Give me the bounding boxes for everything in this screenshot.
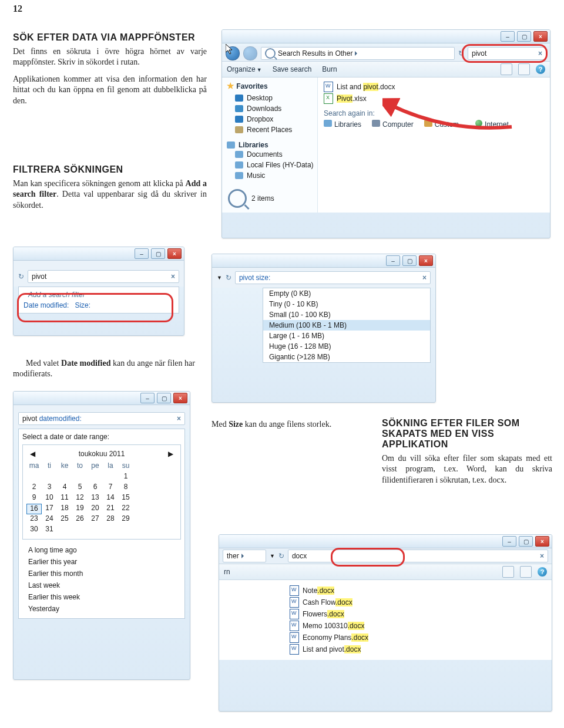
file-item[interactable]: Memo 100310.docx — [290, 620, 546, 632]
search-box[interactable]: pivot × — [28, 270, 179, 283]
sidebar-item-recent[interactable]: Recent Places — [227, 124, 315, 135]
calendar-prev[interactable]: ◀ — [30, 450, 35, 458]
file-item-docx[interactable]: List and pivot.docx — [324, 81, 544, 93]
calendar-day[interactable]: 23 — [26, 514, 42, 525]
save-search-button[interactable]: Save search — [273, 65, 312, 73]
date-range-option[interactable]: Earlier this week — [22, 591, 181, 603]
maximize-button[interactable]: ▢ — [402, 255, 417, 266]
file-item[interactable]: Note.docx — [290, 585, 546, 596]
organize-menu[interactable]: Organize▼ — [227, 65, 262, 73]
date-range-option[interactable]: Yesterday — [22, 603, 181, 615]
forward-button[interactable] — [243, 46, 257, 60]
calendar[interactable]: ◀ toukokuu 2011 ▶ matiketopelasu12345678… — [22, 444, 181, 540]
calendar-day[interactable]: 9 — [26, 493, 42, 504]
size-option-selected[interactable]: Medium (100 KB - 1 MB) — [263, 320, 430, 331]
libraries-header[interactable]: Libraries — [227, 141, 315, 149]
maximize-button[interactable]: ▢ — [517, 31, 531, 42]
minimize-button[interactable]: – — [140, 393, 155, 403]
close-button[interactable]: × — [533, 31, 548, 42]
navigation-pane[interactable]: ★ Favorites Desktop Downloads Dropbox Re… — [222, 77, 318, 213]
file-item[interactable]: List and pivot.docx — [290, 643, 546, 655]
refresh-icon[interactable]: ↻ — [226, 274, 231, 282]
sidebar-item-documents[interactable]: Documents — [227, 149, 315, 160]
burn-button[interactable]: Burn — [322, 65, 337, 73]
calendar-day[interactable]: 3 — [42, 483, 57, 493]
calendar-day[interactable]: 4 — [57, 483, 72, 493]
close-button[interactable]: × — [167, 248, 182, 259]
clear-search-icon[interactable]: × — [540, 552, 544, 560]
minimize-button[interactable]: – — [135, 248, 149, 259]
file-list[interactable]: Note.docxCash Flow.docxFlowers.docxMemo … — [219, 580, 552, 660]
calendar-day[interactable]: 27 — [88, 514, 103, 525]
maximize-button[interactable]: ▢ — [519, 536, 533, 547]
size-option[interactable]: Gigantic (>128 MB) — [263, 352, 430, 362]
calendar-day[interactable]: 28 — [103, 514, 118, 525]
size-option[interactable]: Empty (0 KB) — [263, 288, 430, 299]
minimize-button[interactable]: – — [386, 255, 400, 266]
sidebar-item-dropbox[interactable]: Dropbox — [227, 114, 315, 124]
calendar-day[interactable]: 13 — [88, 493, 103, 504]
help-button[interactable]: ? — [538, 567, 547, 577]
search-location-libraries[interactable]: Libraries — [324, 120, 361, 129]
refresh-icon[interactable]: ↻ — [18, 272, 24, 281]
calendar-day[interactable]: 19 — [72, 504, 88, 514]
size-option[interactable]: Small (10 - 100 KB) — [263, 309, 430, 320]
calendar-next[interactable]: ▶ — [168, 450, 173, 458]
calendar-day[interactable]: 25 — [57, 514, 72, 525]
view-mode-button[interactable] — [502, 566, 514, 578]
calendar-day[interactable]: 12 — [72, 493, 88, 504]
search-box[interactable]: pivot datemodified: × — [18, 412, 185, 425]
calendar-day[interactable]: 1 — [118, 472, 133, 483]
calendar-day[interactable]: 21 — [103, 504, 118, 514]
calendar-day[interactable]: 26 — [72, 514, 88, 525]
calendar-day[interactable]: 11 — [57, 493, 72, 504]
close-button[interactable]: × — [419, 255, 433, 266]
calendar-day[interactable]: 17 — [42, 504, 57, 514]
file-item[interactable]: Cash Flow.docx — [290, 596, 546, 608]
content-pane[interactable]: List and pivot.docx Pivot.xlsx Search ag… — [318, 77, 550, 213]
calendar-day[interactable]: 7 — [103, 483, 118, 493]
calendar-day[interactable]: 5 — [72, 483, 88, 493]
preview-pane-button[interactable] — [520, 566, 532, 578]
minimize-button[interactable]: – — [501, 31, 515, 42]
calendar-day[interactable]: 24 — [42, 514, 57, 525]
date-range-option[interactable]: Last week — [22, 579, 181, 591]
file-item[interactable]: Economy Plans.docx — [290, 632, 546, 643]
view-mode-button[interactable] — [501, 63, 512, 75]
calendar-day[interactable]: 8 — [118, 483, 133, 493]
search-box[interactable]: docx × — [288, 550, 548, 562]
calendar-day[interactable]: 20 — [88, 504, 103, 514]
clear-search-icon[interactable]: × — [177, 414, 181, 423]
calendar-day[interactable]: 14 — [103, 493, 118, 504]
maximize-button[interactable]: ▢ — [157, 393, 171, 403]
close-button[interactable]: × — [173, 393, 187, 403]
size-option[interactable]: Tiny (0 - 10 KB) — [263, 299, 430, 309]
calendar-day[interactable]: 22 — [118, 504, 133, 514]
file-item[interactable]: Flowers.docx — [290, 608, 546, 620]
date-range-option[interactable]: A long time ago — [22, 544, 181, 556]
sidebar-item-desktop[interactable]: Desktop — [227, 93, 315, 103]
size-option[interactable]: Large (1 - 16 MB) — [263, 331, 430, 341]
breadcrumb[interactable]: Search Results in Other — [261, 47, 455, 60]
size-options-list[interactable]: Empty (0 KB) Tiny (0 - 10 KB) Small (10 … — [263, 288, 431, 363]
calendar-day[interactable]: 30 — [26, 525, 42, 535]
close-button[interactable]: × — [535, 536, 549, 547]
date-range-list[interactable]: A long time ago Earlier this year Earlie… — [22, 544, 181, 615]
maximize-button[interactable]: ▢ — [151, 248, 165, 259]
clear-search-icon[interactable]: × — [422, 274, 427, 282]
calendar-day[interactable]: 16 — [26, 504, 42, 514]
minimize-button[interactable]: – — [502, 536, 516, 547]
date-range-option[interactable]: Earlier this month — [22, 568, 181, 579]
clear-search-icon[interactable]: × — [171, 272, 175, 281]
calendar-day[interactable]: 29 — [118, 514, 133, 525]
preview-pane-button[interactable] — [518, 63, 530, 75]
date-range-option[interactable]: Earlier this year — [22, 556, 181, 568]
calendar-day[interactable]: 31 — [42, 525, 57, 535]
search-box[interactable]: pivot size: × — [235, 271, 431, 284]
calendar-day[interactable]: 15 — [118, 493, 133, 504]
refresh-icon[interactable]: ↻ — [278, 552, 284, 560]
help-button[interactable]: ? — [536, 65, 545, 74]
calendar-day[interactable]: 2 — [26, 483, 42, 493]
calendar-day[interactable]: 10 — [42, 493, 57, 504]
sidebar-item-localfiles[interactable]: Local Files (HY-Data) — [227, 160, 315, 170]
